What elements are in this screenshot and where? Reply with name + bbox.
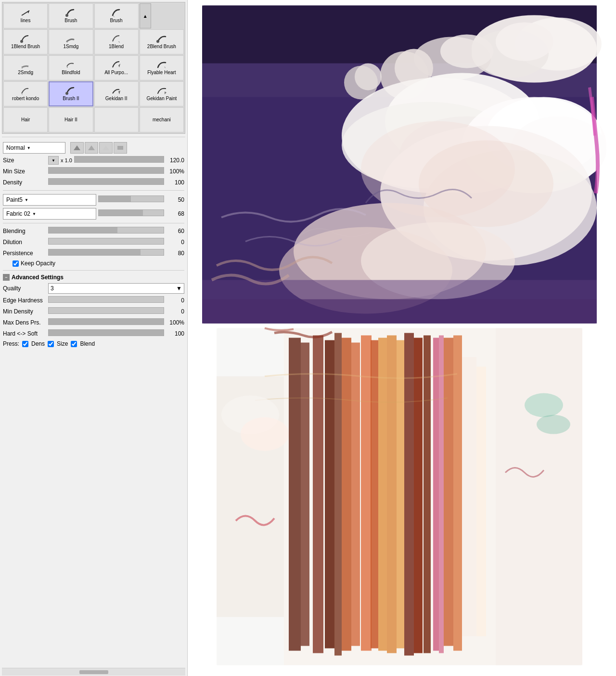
svg-rect-58 <box>439 336 444 653</box>
brush-cell-brush-drop[interactable]: Brush <box>94 3 139 28</box>
brush-cell-brush1[interactable]: Brush <box>49 3 93 28</box>
hard-soft-fill <box>49 330 164 336</box>
texture2-slider-wrapper[interactable] <box>98 209 165 218</box>
dilution-track[interactable] <box>48 238 164 245</box>
press-size-checkbox[interactable] <box>48 341 54 347</box>
blending-slider-wrapper[interactable] <box>48 227 164 235</box>
persistence-value: 80 <box>166 250 184 257</box>
svg-rect-60 <box>453 336 462 651</box>
advanced-settings-header[interactable]: − Advanced Settings <box>3 274 184 281</box>
min-density-slider-container: 0 <box>48 307 184 316</box>
brush-controls: Normal ▼ Size ▼ <box>2 140 185 349</box>
edge-hardness-track[interactable] <box>48 296 164 303</box>
min-density-track[interactable] <box>48 307 164 314</box>
press-row: Press: Dens Size Blend <box>3 340 184 347</box>
brush-name-blindfold: Blindfold <box>62 70 80 76</box>
min-size-row: Min Size 100% <box>3 167 184 176</box>
min-size-slider-wrapper[interactable] <box>48 167 164 176</box>
brush-cell-gekidan2[interactable]: Gekidan II <box>94 81 139 106</box>
quality-dropdown[interactable]: 3 ▼ <box>48 283 184 294</box>
brush-cell-2blend[interactable]: 2Blend Brush <box>140 29 184 54</box>
brush-cell-hairii[interactable]: Hair II <box>49 107 93 132</box>
quality-arrow: ▼ <box>176 285 182 292</box>
blend-mode-dropdown[interactable]: Normal ▼ <box>3 142 65 154</box>
advanced-toggle-icon[interactable]: − <box>3 274 10 281</box>
max-dens-prs-track[interactable] <box>48 318 164 325</box>
min-size-label: Min Size <box>3 168 46 175</box>
shape-btn-1[interactable] <box>70 142 84 154</box>
blending-fill <box>49 227 117 233</box>
size-slider-fill <box>75 156 164 162</box>
canvas-area[interactable] <box>188 0 616 676</box>
size-dropdown-btn[interactable]: ▼ <box>48 156 59 165</box>
bottom-scrollbar[interactable] <box>2 668 185 676</box>
svg-rect-47 <box>342 338 351 651</box>
svg-rect-44 <box>313 336 323 653</box>
persistence-slider-wrapper[interactable] <box>48 249 164 258</box>
brush-cell-2smdg[interactable]: 2Smdg <box>3 55 48 80</box>
blending-row: Blending 60 <box>3 227 184 235</box>
texture2-name: Fabric 02 <box>6 210 30 217</box>
min-size-fill <box>49 168 164 173</box>
shape-btn-2[interactable] <box>85 142 98 154</box>
brush-cell-blindfold[interactable]: Blindfold <box>49 55 93 80</box>
shape-btn-4[interactable] <box>114 142 127 154</box>
brush-cell-empty <box>94 107 139 132</box>
texture1-row: Paint5 ▼ 50 <box>3 194 184 206</box>
brush-cell-mechani[interactable]: mechani <box>140 107 184 132</box>
svg-rect-53 <box>397 340 404 649</box>
min-size-track[interactable] <box>48 167 164 174</box>
keep-opacity-checkbox[interactable] <box>13 260 19 267</box>
edge-hardness-row: Edge Hardness 0 <box>3 296 184 305</box>
texture1-slider-wrapper[interactable] <box>98 195 165 204</box>
density-track[interactable] <box>48 178 164 185</box>
blending-value: 60 <box>166 228 184 234</box>
min-density-slider-wrapper[interactable] <box>48 307 164 316</box>
max-dens-prs-slider-container: 100% <box>48 318 184 327</box>
canvas-artwork <box>188 0 616 676</box>
press-dens-label: Dens <box>31 340 45 347</box>
press-blend-checkbox[interactable] <box>71 341 77 347</box>
1blend-icon <box>19 34 32 44</box>
edge-hardness-slider-wrapper[interactable] <box>48 296 164 305</box>
brush-cell-robertkondo[interactable]: robert kondo <box>3 81 48 106</box>
gekidan2-icon <box>110 86 123 96</box>
allpurpose-icon <box>110 60 123 70</box>
texture2-dropdown[interactable]: Fabric 02 ▼ <box>3 208 96 220</box>
max-dens-prs-slider-wrapper[interactable] <box>48 318 164 327</box>
scroll-up-button[interactable]: ▲ <box>140 3 151 28</box>
brush-cell-1blend[interactable]: 1Blend Brush <box>3 29 48 54</box>
density-slider-wrapper[interactable] <box>48 178 164 187</box>
brush-cell-1blend2[interactable]: 1Blend <box>94 29 139 54</box>
svg-point-67 <box>241 417 289 451</box>
persistence-track[interactable] <box>48 249 164 256</box>
svg-rect-45 <box>325 340 334 649</box>
press-dens-checkbox[interactable] <box>22 341 28 347</box>
svg-rect-48 <box>351 343 360 646</box>
brush-name-1smdg: 1Smdg <box>64 44 79 50</box>
brush-cell-gekidanpaint[interactable]: Gekidan Paint <box>140 81 184 106</box>
size-slider-track[interactable] <box>74 156 164 163</box>
size-slider-wrapper[interactable] <box>74 156 164 165</box>
brush-cell-hair[interactable]: Hair <box>3 107 48 132</box>
hard-soft-slider-container: 100 <box>48 329 184 338</box>
hard-soft-track[interactable] <box>48 329 164 336</box>
svg-marker-8 <box>103 145 109 150</box>
brush-name-allpurpose: All Purpo... <box>104 70 128 76</box>
brush-cell-flyable[interactable]: Flyable Heart <box>140 55 184 80</box>
shape-btn-3[interactable] <box>99 142 113 154</box>
1smdg-icon <box>64 34 77 44</box>
texture2-track[interactable] <box>98 209 165 216</box>
brush-cell-1smdg[interactable]: 1Smdg <box>49 29 93 54</box>
svg-rect-52 <box>387 336 397 653</box>
texture1-track[interactable] <box>98 195 165 202</box>
dilution-slider-wrapper[interactable] <box>48 238 164 247</box>
brush-name-1blend: 1Blend Brush <box>11 44 40 50</box>
brush-cell-brushii[interactable]: Brush II <box>49 81 93 106</box>
texture1-dropdown[interactable]: Paint5 ▼ <box>3 194 96 206</box>
brush-cell-lines[interactable]: lines <box>3 3 48 28</box>
hard-soft-slider-wrapper[interactable] <box>48 329 164 338</box>
brush-cell-allpurpose[interactable]: All Purpo... <box>94 55 139 80</box>
blending-track[interactable] <box>48 227 164 234</box>
size-multiplier: x 1.0 <box>61 157 72 163</box>
